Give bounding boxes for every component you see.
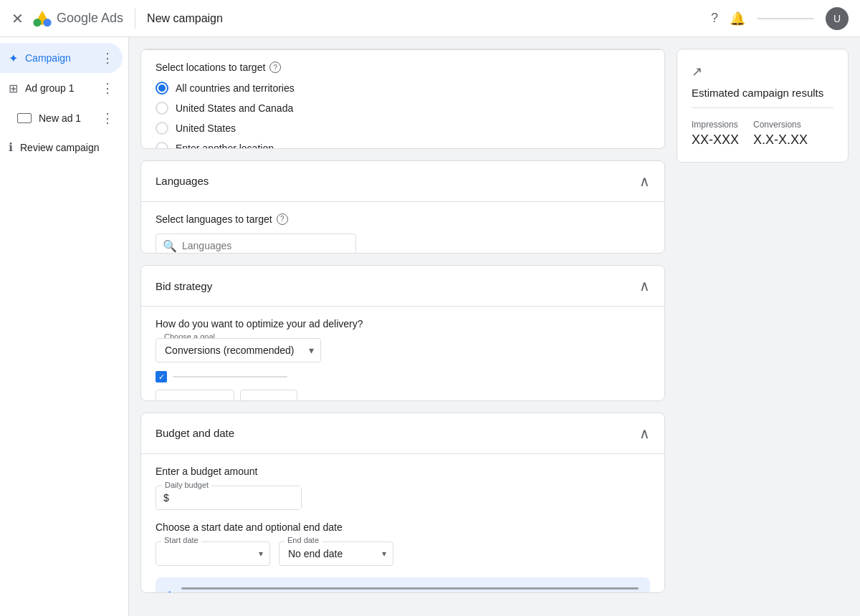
goal-select-container: Conversions (recommended) Clicks Impress…	[156, 338, 321, 362]
languages-title: Languages	[156, 175, 209, 187]
conversions-label: Conversions	[753, 120, 808, 130]
languages-search-icon: 🔍	[163, 239, 177, 252]
side-panel: ↗ Estimated campaign results Impressions…	[677, 49, 849, 605]
end-date-select[interactable]: No end date	[279, 542, 393, 566]
radio-other-label: Enter another location	[176, 143, 274, 149]
sidebar-review-label: Review campaign	[20, 142, 114, 153]
sidebar-item-campaign[interactable]: ✦ Campaign ⋮	[0, 43, 123, 73]
start-date-select[interactable]	[156, 542, 270, 566]
languages-chevron-icon: ∧	[639, 173, 650, 190]
results-divider	[692, 107, 833, 108]
budget-question-text: Enter a budget amount	[156, 466, 650, 477]
bid-strategy-header[interactable]: Bid strategy ∧	[141, 266, 664, 306]
content-area: Select locations to target ? All countri…	[140, 49, 665, 605]
header-separator	[757, 18, 814, 19]
campaign-icon: ✦	[9, 52, 18, 65]
logo-text: Google Ads	[57, 11, 123, 26]
logo: Google Ads	[32, 9, 123, 29]
bid-input-row	[156, 390, 650, 401]
radio-us-canada[interactable]	[156, 102, 168, 115]
info-line-1	[181, 587, 639, 589]
budget-date-section: Budget and date ∧ Enter a budget amount …	[140, 413, 665, 593]
new-ad-icon	[17, 113, 32, 123]
location-option-us[interactable]: United States	[156, 122, 650, 135]
bid-strategy-body: How do you want to optimize your ad deli…	[141, 306, 664, 401]
location-option-other[interactable]: Enter another location	[156, 142, 650, 149]
languages-help-icon[interactable]: ?	[277, 213, 288, 225]
bid-strategy-section: Bid strategy ∧ How do you want to optimi…	[140, 265, 665, 401]
help-icon[interactable]: ?	[711, 11, 718, 26]
budget-input[interactable]	[172, 486, 301, 509]
sidebar: ✦ Campaign ⋮ ⊞ Ad group 1 ⋮ New ad 1 ⋮ ℹ…	[0, 37, 129, 616]
svg-point-1	[43, 19, 51, 27]
radio-all-countries[interactable]	[156, 82, 168, 95]
radio-us-label: United States	[176, 122, 236, 134]
goal-select-wrap: Choose a goal Conversions (recommended) …	[156, 338, 321, 362]
radio-us-canada-label: United States and Canada	[176, 102, 293, 114]
locations-radio-group: All countries and territories United Sta…	[156, 82, 650, 149]
date-question-text: Choose a start date and optional end dat…	[156, 521, 650, 533]
end-date-wrap: End date No end date ▾	[279, 542, 393, 566]
bid-question-text: How do you want to optimize your ad deli…	[156, 318, 650, 329]
impressions-label: Impressions	[692, 120, 739, 130]
budget-label-float: Daily budget	[162, 481, 211, 489]
locations-section: Select locations to target ? All countri…	[140, 49, 665, 149]
review-icon: ℹ	[9, 140, 13, 154]
budget-input-wrap: Daily budget $	[156, 486, 302, 510]
notifications-icon[interactable]: 🔔	[730, 11, 745, 27]
ad-group-icon: ⊞	[9, 82, 18, 95]
location-option-us-canada[interactable]: United States and Canada	[156, 102, 650, 115]
header-title: New campaign	[147, 12, 711, 25]
bid-checkbox-row	[156, 371, 650, 382]
estimated-results-card: ↗ Estimated campaign results Impressions…	[677, 49, 849, 163]
goal-select[interactable]: Conversions (recommended) Clicks Impress…	[156, 338, 321, 362]
budget-date-header[interactable]: Budget and date ∧	[141, 413, 664, 453]
header: ✕ Google Ads New campaign ? 🔔 U	[0, 0, 860, 37]
date-row: Start date ▾ End date No end date ▾	[156, 542, 650, 566]
radio-other[interactable]	[156, 142, 168, 149]
sidebar-campaign-label: Campaign	[25, 52, 94, 64]
bid-strategy-title: Bid strategy	[156, 280, 212, 292]
conversions-value: X.X-X.XX	[753, 133, 808, 148]
bid-checkbox[interactable]	[156, 371, 167, 382]
languages-search-input[interactable]	[156, 234, 356, 254]
info-text-lines	[181, 587, 639, 593]
google-ads-logo-icon	[32, 9, 52, 29]
languages-label: Select languages to target ?	[156, 213, 650, 225]
bid-input-2[interactable]	[240, 390, 297, 401]
avatar[interactable]: U	[826, 7, 849, 30]
end-date-label: End date	[285, 536, 322, 544]
header-divider	[135, 9, 135, 29]
radio-all-countries-label: All countries and territories	[176, 82, 295, 94]
sidebar-item-ad-group[interactable]: ⊞ Ad group 1 ⋮	[0, 73, 123, 103]
adgroup-more-icon[interactable]: ⋮	[101, 80, 114, 96]
sidebar-item-review[interactable]: ℹ Review campaign	[0, 133, 123, 161]
languages-section: Languages ∧ Select languages to target ?…	[140, 160, 665, 254]
start-date-wrap: Start date ▾	[156, 542, 270, 566]
location-option-all[interactable]: All countries and territories	[156, 82, 650, 95]
campaign-more-icon[interactable]: ⋮	[101, 50, 114, 66]
locations-help-icon[interactable]: ?	[269, 62, 281, 73]
results-title: Estimated campaign results	[692, 87, 833, 99]
main-content: Select locations to target ? All countri…	[129, 37, 860, 616]
budget-date-title: Budget and date	[156, 427, 234, 439]
info-circle-icon: ℹ	[167, 589, 173, 593]
sidebar-item-new-ad[interactable]: New ad 1 ⋮	[0, 103, 123, 133]
newad-more-icon[interactable]: ⋮	[101, 110, 114, 126]
info-box: ℹ	[156, 577, 650, 593]
locations-body: Select locations to target ? All countri…	[141, 49, 664, 149]
sidebar-newad-label: New ad 1	[39, 112, 94, 124]
radio-us[interactable]	[156, 122, 168, 135]
locations-label: Select locations to target ?	[156, 62, 650, 73]
bid-checkbox-line	[173, 376, 287, 377]
bid-input-1[interactable]	[156, 390, 234, 401]
impressions-value: XX-XXX	[692, 133, 739, 148]
languages-body: Select languages to target ? 🔍	[141, 201, 664, 254]
close-button[interactable]: ✕	[11, 10, 24, 27]
budget-prefix: $	[156, 486, 172, 509]
sidebar-adgroup-label: Ad group 1	[25, 82, 94, 94]
bid-strategy-chevron-icon: ∧	[639, 277, 650, 294]
budget-date-body: Enter a budget amount Daily budget $ Cho…	[141, 453, 664, 593]
app-layout: ✦ Campaign ⋮ ⊞ Ad group 1 ⋮ New ad 1 ⋮ ℹ…	[0, 37, 860, 616]
languages-header[interactable]: Languages ∧	[141, 161, 664, 201]
